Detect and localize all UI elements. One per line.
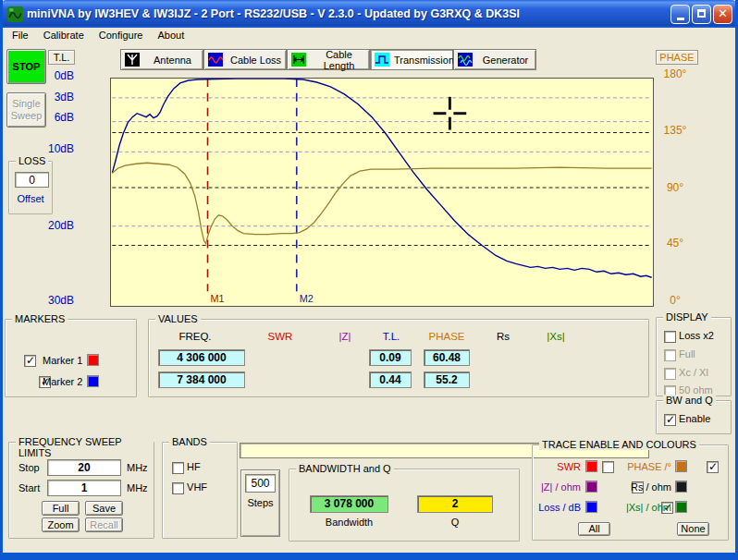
steps-label: Steps <box>241 497 279 508</box>
markers-group-title: MARKERS <box>12 313 68 324</box>
marker2-label: Marker 2 <box>43 376 82 387</box>
menu-item-about[interactable]: About <box>150 29 191 42</box>
menu-item-calibrate[interactable]: Calibrate <box>36 29 92 42</box>
frequency-sweep-limits-group: FREQUENCY SWEEP LIMITS Stop MHz Start MH… <box>8 442 154 539</box>
close-button[interactable]: ✕ <box>713 5 732 24</box>
full-span-button[interactable]: Full <box>42 501 80 516</box>
phase-tick-135: 135° <box>655 124 695 137</box>
sweep-group-title: FREQUENCY SWEEP LIMITS <box>16 436 154 458</box>
xc-xl-label: Xc / Xl <box>679 367 708 378</box>
hf-band-checkbox[interactable] <box>172 462 184 474</box>
trace-all-button[interactable]: All <box>578 522 610 536</box>
cable-loss-icon <box>208 53 223 67</box>
marker2-frequency-field[interactable]: 7 384 000 <box>158 371 245 388</box>
hf-band-label: HF <box>187 461 201 472</box>
loss-x2-checkbox[interactable] <box>664 331 676 343</box>
bw-and-q-group-title: BW and Q <box>663 395 716 406</box>
title-bar: miniVNA by IW3HEV & IW3IJZ - 2 Port - RS… <box>0 0 738 28</box>
xc-xl-checkbox <box>664 368 676 380</box>
marker1-color-swatch[interactable] <box>87 354 99 366</box>
offset-label: Offset <box>9 193 52 204</box>
tl-axis-header: T.L. <box>48 50 75 65</box>
stop-frequency-input[interactable] <box>47 459 121 476</box>
z-color-swatch[interactable] <box>585 481 597 493</box>
values-header-rs: Rs <box>475 331 531 342</box>
zoom-button[interactable]: Zoom <box>42 517 80 532</box>
rs-color-swatch[interactable] <box>675 481 687 493</box>
marker2-phase-value: 55.2 <box>424 371 470 388</box>
save-button[interactable]: Save <box>85 501 123 516</box>
rs-trace-label: Rs / ohm <box>618 481 671 493</box>
start-label: Start <box>18 482 40 493</box>
app-icon <box>7 6 23 22</box>
phase-trace-label: PHASE /° <box>618 461 671 472</box>
values-header-phase: PHASE <box>419 331 474 342</box>
cable-length-button-label: Cable Length <box>311 49 369 71</box>
bands-group-title: BANDS <box>169 436 210 447</box>
swr-color-swatch[interactable] <box>585 460 597 472</box>
bw-and-q-group: BW and Q Enable <box>656 400 732 434</box>
marker1-frequency-field[interactable]: 4 306 000 <box>158 349 245 366</box>
menu-item-file[interactable]: File <box>5 29 36 42</box>
loss-color-swatch[interactable] <box>585 501 597 513</box>
display-row-full: Full <box>664 348 695 361</box>
values-group: VALUES FREQ. SWR |Z| T.L. PHASE Rs |Xs| … <box>148 319 649 397</box>
marker1-checkbox[interactable] <box>24 355 36 367</box>
xs-color-swatch[interactable] <box>675 501 687 513</box>
mode-toolbar: Antenna Cable Loss Cable Length <box>120 49 536 70</box>
minimize-button[interactable] <box>670 5 690 24</box>
bandwidth-value: 3 078 000 <box>310 495 388 513</box>
display-group-title: DISPLAY <box>663 311 711 323</box>
start-frequency-input[interactable] <box>47 480 121 496</box>
maximize-button[interactable] <box>692 5 711 24</box>
loss-x2-label: Loss x2 <box>679 330 714 341</box>
tl-tick-3db: 3dB <box>35 91 74 103</box>
main-panel: STOP Single Sweep T.L. 0dB 3dB 6dB 10dB … <box>0 43 738 553</box>
full-checkbox <box>664 349 676 361</box>
stop-label: Stop <box>18 462 40 473</box>
loss-group-title: LOSS <box>16 155 48 166</box>
antenna-button[interactable]: Antenna <box>120 49 203 70</box>
trace-group-title: TRACE ENABLE AND COLOURS <box>539 439 699 450</box>
bwq-enable-checkbox[interactable] <box>664 414 676 426</box>
tl-tick-30db: 30dB <box>35 294 74 307</box>
maximize-icon <box>697 9 706 18</box>
transmission-icon <box>375 53 389 67</box>
generator-button[interactable]: Generator <box>453 49 536 70</box>
values-header-tl: T.L. <box>363 331 419 342</box>
full-label: Full <box>679 348 695 359</box>
q-value: 2 <box>417 495 493 513</box>
tl-tick-6db: 6dB <box>35 111 74 124</box>
marker2-tl-value: 0.44 <box>369 371 412 388</box>
antenna-button-label: Antenna <box>144 55 203 66</box>
cable-loss-button-label: Cable Loss <box>228 55 286 66</box>
sweep-chart-plot-area[interactable]: M1 M2 <box>110 78 654 307</box>
stop-unit-label: MHz <box>127 462 148 473</box>
swr-trace-label: SWR <box>533 461 581 472</box>
values-header-xs: |Xs| <box>528 331 584 342</box>
cable-length-button[interactable]: Cable Length <box>287 49 370 70</box>
generator-icon <box>458 53 473 67</box>
minimize-icon <box>677 18 684 20</box>
phase-color-swatch[interactable] <box>675 460 687 472</box>
trace-none-button[interactable]: None <box>677 522 709 536</box>
values-header-swr: SWR <box>252 331 308 342</box>
bandwidth-group-title: BANDWIDTH and Q <box>296 463 394 474</box>
antenna-icon <box>125 53 140 67</box>
steps-input[interactable] <box>245 474 276 493</box>
marker2-color-swatch[interactable] <box>87 375 99 387</box>
transmission-button[interactable]: Transmission <box>370 49 453 70</box>
phase-trace-checkbox[interactable] <box>707 461 719 473</box>
vhf-band-label: VHF <box>187 481 207 493</box>
values-header-freq: FREQ. <box>167 331 223 342</box>
phase-tick-0: 0° <box>655 294 695 307</box>
menu-item-configure[interactable]: Configure <box>92 29 151 42</box>
vhf-band-checkbox[interactable] <box>172 482 184 494</box>
crosshair-cursor <box>434 97 467 130</box>
loss-offset-input[interactable] <box>15 172 49 188</box>
cable-loss-button[interactable]: Cable Loss <box>203 49 287 70</box>
bwq-enable-label: Enable <box>679 413 710 424</box>
display-row-xcxl: Xc / Xl <box>664 367 708 380</box>
phase-axis-header: PHASE <box>656 50 698 65</box>
swr-trace-checkbox[interactable] <box>602 461 614 473</box>
